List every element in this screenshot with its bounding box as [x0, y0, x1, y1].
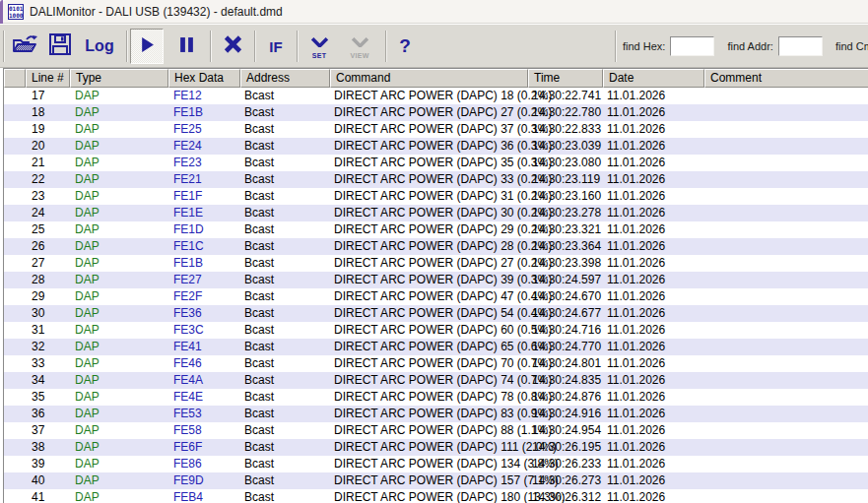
column-header-hex[interactable]: Hex Data — [168, 69, 240, 88]
table-row[interactable]: 30DAPFE36Bcast14:30:24.67711.01.2026DIRE… — [4, 305, 868, 322]
cell-line-number: 27 — [32, 255, 44, 272]
table-row[interactable]: 38DAPFE6FBcast14:30:26.19511.01.2026DIRE… — [4, 439, 868, 456]
save-button[interactable] — [43, 29, 77, 64]
cell-address: Bcast — [244, 121, 274, 138]
view-dropdown-button[interactable]: VIEW — [339, 29, 380, 64]
cell-command: DIRECT ARC POWER (DAPC) 74 (0.7%) — [334, 372, 552, 389]
cell-line-number: 32 — [32, 339, 44, 355]
cell-command: DIRECT ARC POWER (DAPC) 70 (0.7%) — [334, 355, 552, 372]
window-corner-accent — [0, 0, 3, 24]
cell-date: 11.01.2026 — [607, 489, 665, 503]
open-file-button[interactable] — [8, 29, 41, 64]
cell-date: 11.01.2026 — [607, 221, 665, 238]
cell-line-number: 24 — [32, 205, 44, 221]
toolbar-separator — [3, 31, 5, 62]
cell-address: Bcast — [244, 155, 274, 171]
cell-command: DIRECT ARC POWER (DAPC) 28 (0.2%) — [334, 238, 552, 255]
cell-line-number: 21 — [32, 155, 44, 171]
cell-line-number: 23 — [32, 188, 44, 205]
cell-command: DIRECT ARC POWER (DAPC) 37 (0.3%) — [334, 121, 552, 138]
column-header-type[interactable]: Type — [70, 69, 168, 88]
cell-hex-data: FE12 — [173, 88, 202, 104]
table-row[interactable]: 17DAPFE12Bcast14:30:22.74111.01.2026DIRE… — [4, 88, 868, 104]
table-row[interactable]: 40DAPFE9DBcast14:30:26.27311.01.2026DIRE… — [4, 472, 868, 489]
column-header-date[interactable]: Date — [603, 69, 704, 88]
cell-hex-data: FE1E — [173, 205, 203, 221]
table-row[interactable]: 37DAPFE58Bcast14:30:24.95411.01.2026DIRE… — [4, 422, 868, 439]
table-row[interactable]: 32DAPFE41Bcast14:30:24.77011.01.2026DIRE… — [4, 339, 868, 355]
table-row[interactable]: 25DAPFE1DBcast14:30:23.32111.01.2026DIRE… — [4, 221, 868, 238]
cell-hex-data: FE53 — [173, 406, 202, 422]
cell-hex-data: FE4A — [173, 372, 203, 389]
table-row[interactable]: 34DAPFE4ABcast14:30:24.83511.01.2026DIRE… — [4, 372, 868, 389]
cell-address: Bcast — [244, 389, 274, 406]
table-row[interactable]: 35DAPFE4EBcast14:30:24.87611.01.2026DIRE… — [4, 389, 868, 406]
cell-address: Bcast — [244, 221, 274, 238]
table-row[interactable]: 26DAPFE1CBcast14:30:23.36411.01.2026DIRE… — [4, 238, 868, 255]
table-row[interactable]: 39DAPFE86Bcast14:30:26.23311.01.2026DIRE… — [4, 456, 868, 472]
table-row[interactable]: 20DAPFE24Bcast14:30:23.03911.01.2026DIRE… — [4, 138, 868, 155]
column-header-line[interactable]: Line # — [26, 69, 70, 88]
stop-x-icon — [224, 35, 242, 57]
table-row[interactable]: 21DAPFE23Bcast14:30:23.08011.01.2026DIRE… — [4, 155, 868, 171]
set-dropdown-button[interactable]: SET — [301, 29, 337, 64]
cell-type: DAP — [75, 422, 100, 439]
table-row[interactable]: 33DAPFE46Bcast14:30:24.80111.01.2026DIRE… — [4, 355, 868, 372]
cell-command: DIRECT ARC POWER (DAPC) 31 (0.2%) — [334, 188, 552, 205]
table-row[interactable]: 19DAPFE25Bcast14:30:22.83311.01.2026DIRE… — [4, 121, 868, 138]
table-row[interactable]: 28DAPFE27Bcast14:30:24.59711.01.2026DIRE… — [4, 272, 868, 288]
table-row[interactable]: 23DAPFE1FBcast14:30:23.16011.01.2026DIRE… — [4, 188, 868, 205]
pause-monitor-button[interactable] — [168, 29, 204, 64]
column-header-address[interactable]: Address — [240, 69, 330, 88]
column-header-command[interactable]: Command — [330, 69, 528, 88]
cell-command: DIRECT ARC POWER (DAPC) 27 (0.2%) — [334, 104, 552, 121]
cell-command: DIRECT ARC POWER (DAPC) 18 (0.2%) — [334, 88, 552, 104]
cell-hex-data: FE1B — [173, 104, 203, 121]
cell-address: Bcast — [244, 489, 274, 503]
toolbar-separator — [615, 31, 617, 62]
cell-address: Bcast — [244, 104, 274, 121]
play-icon — [139, 36, 156, 57]
cell-type: DAP — [75, 188, 100, 205]
cell-date: 11.01.2026 — [607, 155, 665, 171]
table-row[interactable]: 36DAPFE53Bcast14:30:24.91611.01.2026DIRE… — [4, 406, 868, 422]
column-header-time[interactable]: Time — [528, 69, 603, 88]
table-row[interactable]: 41DAPFEB4Bcast14:30:26.31211.01.2026DIRE… — [4, 489, 868, 503]
cell-type: DAP — [75, 138, 100, 155]
cell-date: 11.01.2026 — [607, 456, 665, 472]
cell-date: 11.01.2026 — [607, 138, 665, 155]
cell-date: 11.01.2026 — [607, 121, 665, 138]
table-row[interactable]: 31DAPFE3CBcast14:30:24.71611.01.2026DIRE… — [4, 322, 868, 339]
clear-stop-button[interactable] — [215, 29, 250, 64]
table-row[interactable]: 27DAPFE1BBcast14:30:23.39811.01.2026DIRE… — [4, 255, 868, 272]
cell-address: Bcast — [244, 456, 274, 472]
cell-type: DAP — [75, 372, 100, 389]
cell-command: DIRECT ARC POWER (DAPC) 36 (0.3%) — [334, 138, 552, 155]
column-header-comment[interactable]: Comment — [704, 69, 868, 88]
start-monitor-button[interactable] — [130, 29, 164, 64]
log-label: Log — [85, 37, 113, 55]
cell-date: 11.01.2026 — [607, 88, 665, 104]
cell-command: DIRECT ARC POWER (DAPC) 78 (0.8%) — [334, 389, 552, 406]
cell-hex-data: FE6F — [173, 439, 202, 456]
window-title: DALIMonitor - DALI USB (139432) - defaul… — [30, 0, 283, 24]
cell-hex-data: FE1F — [173, 188, 202, 205]
cell-date: 11.01.2026 — [607, 439, 665, 456]
find-hex-input[interactable] — [670, 36, 714, 56]
table-row[interactable]: 24DAPFE1EBcast14:30:23.27811.01.2026DIRE… — [4, 205, 868, 221]
table-row[interactable]: 22DAPFE21Bcast14:30:23.11911.01.2026DIRE… — [4, 171, 868, 188]
cell-address: Bcast — [244, 322, 274, 339]
if-label: IF — [269, 38, 282, 55]
find-addr-input[interactable] — [778, 36, 823, 56]
filter-if-button[interactable]: IF — [258, 29, 294, 64]
cell-line-number: 25 — [32, 221, 44, 238]
column-header-select[interactable] — [4, 69, 26, 88]
table-row[interactable]: 29DAPFE2FBcast14:30:24.67011.01.2026DIRE… — [4, 288, 868, 305]
cell-address: Bcast — [244, 238, 274, 255]
cell-command: DIRECT ARC POWER (DAPC) 35 (0.3%) — [334, 155, 552, 171]
log-button[interactable]: Log — [79, 29, 120, 64]
table-row[interactable]: 18DAPFE1BBcast14:30:22.78011.01.2026DIRE… — [4, 104, 868, 121]
help-button[interactable]: ? — [390, 29, 420, 64]
table-header: Line # Type Hex Data Address Command Tim… — [4, 69, 868, 88]
cell-date: 11.01.2026 — [607, 472, 665, 489]
